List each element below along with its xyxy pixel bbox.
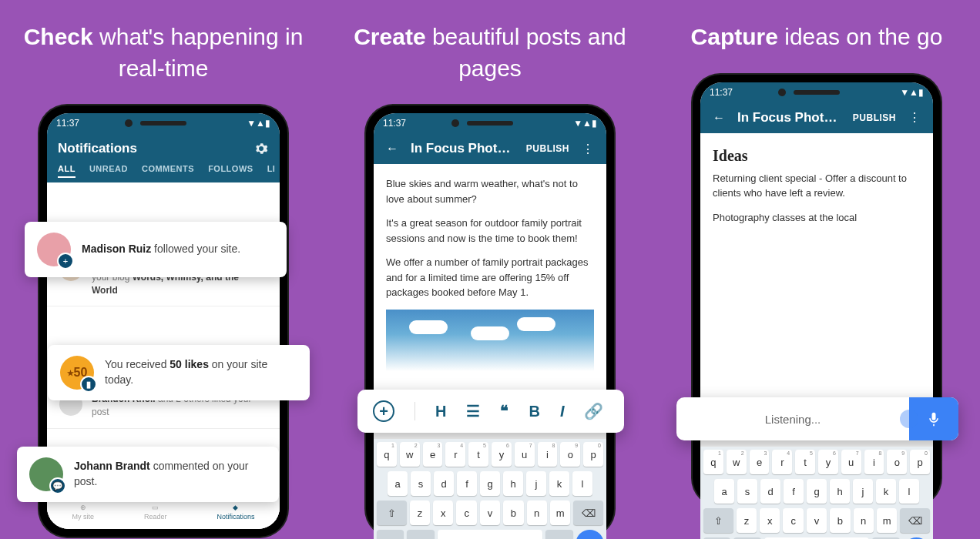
quote-button[interactable]: ❝ [500,402,508,420]
gear-icon[interactable] [253,141,269,156]
key[interactable]: k [549,471,569,496]
key[interactable]: g [480,471,500,496]
key[interactable]: s [737,479,757,504]
key[interactable]: w2 [727,450,747,474]
nav-notifications[interactable]: ◆Notifications [216,504,254,521]
post-body[interactable]: Returning client special - Offer a disco… [700,171,933,247]
key[interactable]: s [411,471,431,496]
key[interactable]: o9 [560,442,580,467]
key[interactable]: y6 [492,442,512,467]
notification-card[interactable]: ★50 ▮ You received 50 likes on your site… [48,345,310,400]
key[interactable]: v [807,508,827,533]
key[interactable]: y6 [818,450,838,474]
key[interactable]: i8 [538,442,558,467]
key[interactable]: o9 [887,450,907,474]
key[interactable]: p0 [583,442,603,467]
nav-reader[interactable]: ▭Reader [144,504,167,521]
key[interactable]: r4 [772,450,792,474]
key[interactable]: w2 [400,442,420,467]
key[interactable]: z [410,500,430,525]
key[interactable]: b [503,500,523,525]
keyboard[interactable]: q1w2e3r4t5y6u7i8o9p0 asdfghjkl ⇧zxcvbnm⌫… [374,439,606,539]
key[interactable]: z [737,508,757,533]
space-key[interactable] [438,530,542,539]
notification-text: You received 50 likes on your site today… [105,357,297,387]
paragraph: It's a great season for outdoor family p… [386,216,594,246]
headline-2: Create beautiful posts and pages [327,22,653,84]
key[interactable]: c [783,508,803,533]
key[interactable]: e3 [423,442,443,467]
key[interactable]: j [853,479,873,504]
key[interactable]: t5 [795,450,815,474]
key[interactable]: c [456,500,476,525]
key[interactable]: b [830,508,850,533]
key[interactable]: k [876,479,896,504]
backspace-key[interactable]: ⌫ [573,500,603,525]
tab-all[interactable]: ALL [58,164,76,178]
shift-key[interactable]: ⇧ [703,508,733,533]
key[interactable]: a [714,479,734,504]
key[interactable]: u7 [841,450,861,474]
key[interactable]: d [434,471,454,496]
editor-toolbar: + H ☰ ❝ B I 🔗 [357,390,624,433]
back-icon[interactable]: ← [384,141,400,156]
more-icon[interactable]: ⋮ [580,141,596,156]
key[interactable]: a [388,471,408,496]
symbols-key[interactable]: ?123 [377,530,404,539]
status-bar: 11:37▼▲▮ [374,113,606,133]
backspace-key[interactable]: ⌫ [900,508,930,533]
screen-title: In Focus Photogra... [737,110,842,126]
back-icon[interactable]: ← [711,110,727,126]
key[interactable]: r4 [445,442,465,467]
key[interactable]: i8 [864,450,884,474]
tab-comments[interactable]: COMMENTS [142,164,194,178]
key[interactable]: t5 [468,442,488,467]
shift-key[interactable]: ⇧ [377,500,407,525]
key[interactable]: p0 [910,450,930,474]
list-button[interactable]: ☰ [466,402,480,420]
key[interactable]: n [854,508,874,533]
nav-mysite[interactable]: ⊕My site [72,504,94,521]
notification-card[interactable]: + Madison Ruiz followed your site. [25,222,287,277]
keyboard[interactable]: q1w2e3r4t5y6u7i8o9p0 asdfghjkl ⇧zxcvbnm⌫… [700,447,933,539]
key[interactable]: l [572,471,592,496]
notification-card[interactable]: 💬 Johann Brandt commented on your post. [17,447,279,502]
listening-label: Listening... [676,413,909,426]
enter-key[interactable]: ↵ [576,530,603,539]
key[interactable]: x [760,508,780,533]
key[interactable]: l [899,479,919,504]
key[interactable]: n [527,500,547,525]
key[interactable]: m [550,500,570,525]
publish-button[interactable]: PUBLISH [853,112,896,123]
key[interactable]: f [457,471,477,496]
tab-likes[interactable]: LI [267,164,276,178]
key[interactable]: x [433,500,453,525]
publish-button[interactable]: PUBLISH [526,143,569,154]
bold-button[interactable]: B [529,403,539,420]
more-icon[interactable]: ⋮ [907,110,922,126]
post-title[interactable]: Ideas [700,133,933,171]
key[interactable]: g [807,479,827,504]
key[interactable]: v [480,500,500,525]
key[interactable]: d [760,479,780,504]
post-image[interactable] [386,310,594,371]
key[interactable]: e3 [750,450,770,474]
add-block-button[interactable]: + [373,400,394,422]
post-body[interactable]: Blue skies and warm weather, what's not … [374,164,606,383]
likes-badge: ★50 ▮ [60,356,94,390]
key[interactable]: m [877,508,897,533]
key[interactable]: q1 [377,442,397,467]
key[interactable]: q1 [703,450,723,474]
key[interactable]: j [526,471,546,496]
heading-button[interactable]: H [435,403,446,420]
key[interactable]: h [830,479,850,504]
key[interactable]: u7 [515,442,535,467]
italic-button[interactable]: I [560,403,565,420]
tab-unread[interactable]: UNREAD [89,164,128,178]
notification-tabs[interactable]: ALL UNREAD COMMENTS FOLLOWS LI [47,164,280,182]
tab-follows[interactable]: FOLLOWS [208,164,253,178]
key[interactable]: f [784,479,804,504]
mic-button[interactable] [909,397,958,440]
key[interactable]: h [503,471,523,496]
link-button[interactable]: 🔗 [584,402,603,420]
